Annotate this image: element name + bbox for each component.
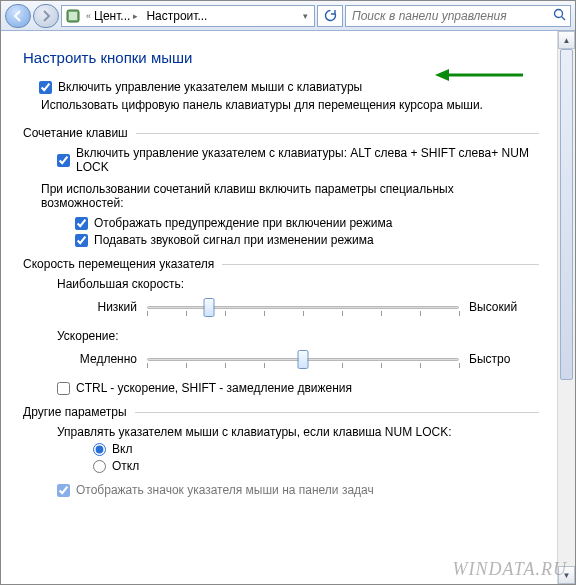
breadcrumb-segment-1[interactable]: « Цент... ▸ — [82, 6, 142, 26]
svg-rect-1 — [69, 12, 77, 20]
max-speed-slider-row: Низкий Высокий — [57, 295, 539, 319]
chevron-left-icon: « — [86, 11, 91, 21]
dropdown-chevron-icon[interactable]: ▾ — [299, 11, 312, 21]
show-tray-icon-checkbox[interactable] — [57, 484, 70, 497]
enable-mousekeys-checkbox[interactable] — [39, 81, 52, 94]
enable-mousekeys-row: Включить управление указателем мыши с кл… — [39, 80, 539, 94]
back-button[interactable] — [5, 4, 31, 28]
vertical-scrollbar[interactable]: ▲ ▼ — [557, 31, 575, 584]
svg-line-3 — [562, 16, 566, 20]
accel-slider-row: Медленно Быстро — [57, 347, 539, 371]
chevron-right-icon: ▸ — [133, 11, 138, 21]
numlock-off-radio[interactable] — [93, 460, 106, 473]
ctrl-shift-checkbox[interactable] — [57, 382, 70, 395]
scroll-thumb[interactable] — [560, 49, 573, 380]
section-other-title: Другие параметры — [23, 405, 127, 419]
section-shortcut: Сочетание клавиш Включить управление ука… — [23, 126, 539, 247]
divider — [135, 412, 539, 413]
refresh-button[interactable] — [317, 5, 343, 27]
max-speed-slider[interactable] — [147, 295, 459, 319]
control-panel-icon — [64, 7, 82, 25]
numlock-label: Управлять указателем мыши с клавиатуры, … — [57, 425, 539, 439]
numlock-off-label: Откл — [112, 459, 139, 473]
address-bar: « Цент... ▸ Настроит... ▾ — [1, 1, 575, 31]
enable-mousekeys-desc: Использовать цифровую панель клавиатуры … — [41, 98, 539, 112]
svg-point-2 — [555, 9, 563, 17]
shortcut-sound-checkbox[interactable] — [75, 234, 88, 247]
section-shortcut-title: Сочетание клавиш — [23, 126, 128, 140]
shortcut-enable-label: Включить управление указателем с клавиат… — [76, 146, 539, 174]
scroll-up-button[interactable]: ▲ — [558, 31, 575, 49]
breadcrumb-bar[interactable]: « Цент... ▸ Настроит... ▾ — [61, 5, 315, 27]
divider — [222, 264, 539, 265]
shortcut-sound-label: Подавать звуковой сигнал при изменении р… — [94, 233, 374, 247]
scroll-track[interactable] — [558, 49, 575, 566]
max-speed-label: Наибольшая скорость: — [57, 277, 539, 291]
slider-high-label: Быстро — [469, 352, 539, 366]
accel-slider[interactable] — [147, 347, 459, 371]
section-speed-title: Скорость перемещения указателя — [23, 257, 214, 271]
shortcut-warn-checkbox[interactable] — [75, 217, 88, 230]
watermark: WINDATA.RU — [453, 559, 567, 580]
breadcrumb-label: Настроит... — [146, 9, 207, 23]
divider — [136, 133, 539, 134]
ctrl-shift-label: CTRL - ускорение, SHIFT - замедление дви… — [76, 381, 352, 395]
slider-high-label: Высокий — [469, 300, 539, 314]
shortcut-enable-checkbox[interactable] — [57, 154, 70, 167]
slider-low-label: Медленно — [57, 352, 137, 366]
page-title: Настроить кнопки мыши — [23, 49, 539, 66]
accel-label: Ускорение: — [57, 329, 539, 343]
enable-mousekeys-label: Включить управление указателем мыши с кл… — [58, 80, 362, 94]
forward-button[interactable] — [33, 4, 59, 28]
breadcrumb-segment-2[interactable]: Настроит... — [142, 6, 211, 26]
slider-low-label: Низкий — [57, 300, 137, 314]
search-icon[interactable] — [553, 8, 566, 24]
section-speed: Скорость перемещения указателя Наибольша… — [23, 257, 539, 395]
breadcrumb-label: Цент... — [94, 9, 130, 23]
numlock-on-label: Вкл — [112, 442, 132, 456]
shortcut-warn-label: Отображать предупреждение при включении … — [94, 216, 392, 230]
show-tray-icon-label: Отображать значок указателя мыши на пане… — [76, 483, 374, 497]
search-box[interactable] — [345, 5, 571, 27]
search-input[interactable] — [350, 8, 549, 24]
numlock-on-radio[interactable] — [93, 443, 106, 456]
shortcut-desc: При использовании сочетаний клавиш включ… — [41, 182, 539, 210]
content-pane: Настроить кнопки мыши Включить управлени… — [1, 31, 557, 584]
section-other: Другие параметры Управлять указателем мы… — [23, 405, 539, 497]
